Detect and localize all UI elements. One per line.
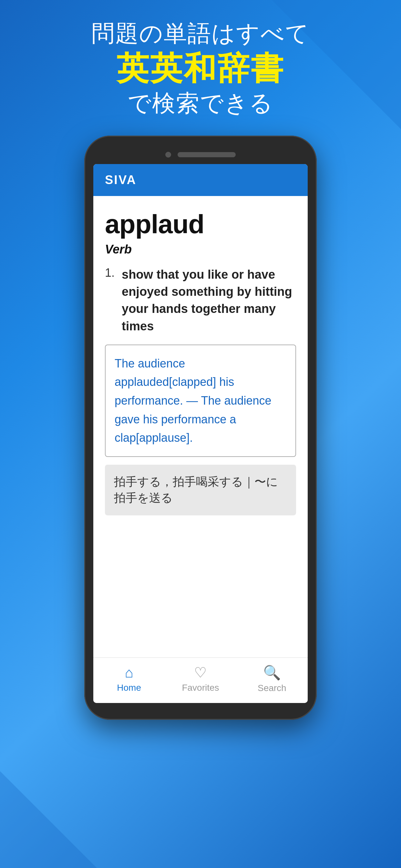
app-header: SIVA [93,164,308,196]
top-desc: で検索できる [0,89,401,117]
example-text: The audience applauded[clapped] his perf… [115,354,286,447]
translation-text: 拍手する，拍手喝采する｜〜に拍手を送る [114,474,287,506]
phone-top-bar [93,152,308,158]
top-text-area: 問題の単語はすべて 英英和辞書 で検索できる [0,20,401,117]
top-title: 英英和辞書 [0,51,401,86]
definition-number: 1. [105,266,117,335]
top-subtitle: 問題の単語はすべて [0,20,401,47]
home-icon: ⌂ [125,664,133,681]
dict-empty-space [105,522,296,651]
favorites-icon: ♡ [194,664,207,681]
app-brand: SIVA [105,173,296,187]
definition-text: show that you like or have enjoyed somet… [122,266,296,335]
dictionary-content: applaud Verb 1. show that you like or ha… [93,196,308,657]
search-icon: 🔍 [263,664,281,681]
phone-bottom-bar [93,703,308,707]
bottom-nav: ⌂ Home ♡ Favorites 🔍 Search [93,657,308,703]
phone-screen: SIVA applaud Verb 1. show that you like … [93,164,308,703]
home-label: Home [117,683,141,693]
example-box: The audience applauded[clapped] his perf… [105,345,296,457]
phone-mockup: SIVA applaud Verb 1. show that you like … [84,135,317,720]
translation-box: 拍手する，拍手喝采する｜〜に拍手を送る [105,465,296,516]
phone-camera-dot [165,152,171,158]
favorites-label: Favorites [182,683,219,693]
word-pos: Verb [105,243,296,256]
nav-item-favorites[interactable]: ♡ Favorites [165,664,236,693]
phone-speaker [178,152,236,157]
search-label: Search [258,683,286,693]
phone-outer-shell: SIVA applaud Verb 1. show that you like … [84,135,317,720]
word-term: applaud [105,209,296,239]
nav-item-search[interactable]: 🔍 Search [236,664,308,693]
nav-item-home[interactable]: ⌂ Home [93,664,165,693]
definition-row: 1. show that you like or have enjoyed so… [105,266,296,335]
bg-fold2-decoration [0,771,97,868]
